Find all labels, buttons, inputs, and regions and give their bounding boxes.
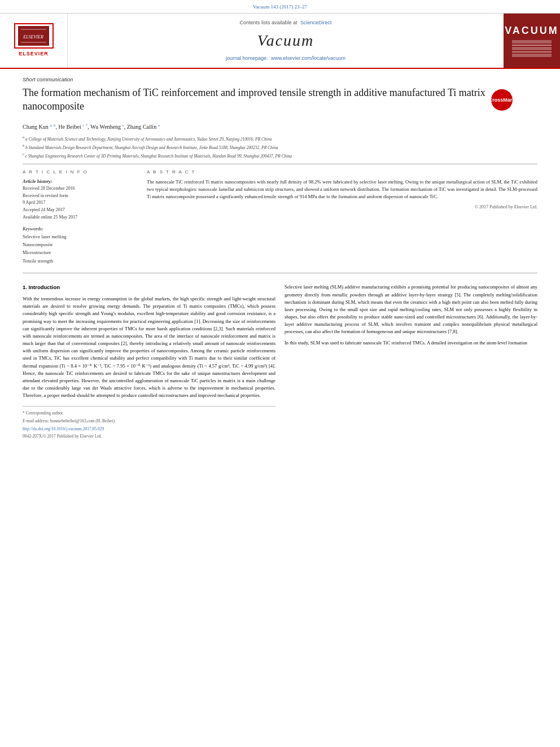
email-text: E-mail address: bonniebebeibei@163.com (…: [23, 418, 116, 423]
vacuum-badge-decoration: [512, 40, 552, 57]
date-revised: 9 April 2017: [23, 199, 135, 207]
body-section: 1. Introduction With the tremendous incr…: [23, 283, 537, 441]
badge-line-2: [512, 45, 552, 46]
svg-text:ELSEVIER: ELSEVIER: [23, 34, 43, 40]
keywords-label: Keywords:: [23, 226, 135, 233]
info-abstract-section: A R T I C L E I N F O Article history: R…: [23, 169, 537, 265]
email-note: E-mail address: bonniebebeibei@163.com (…: [23, 418, 275, 425]
article-info-column: A R T I C L E I N F O Article history: R…: [23, 169, 135, 265]
footnote-area: * Corresponding author. E-mail address: …: [23, 406, 275, 440]
keyword-4: Tensile strength: [23, 257, 135, 265]
svg-rect-3: [21, 42, 46, 43]
section-divider-1: [23, 164, 537, 164]
sciencedirect-prefix: Contents lists available at: [239, 20, 297, 25]
journal-header-right: VACUUM: [504, 14, 560, 68]
badge-line-3: [512, 47, 552, 50]
article-dates: Received 28 December 2016 Received in re…: [23, 185, 135, 221]
date-online: Available online 25 May 2017: [23, 214, 135, 221]
title-row: The formation mechanism of TiC reinforce…: [23, 86, 537, 119]
homepage-url[interactable]: www.elsevier.com/locate/vacuum: [271, 55, 345, 61]
homepage-label: journal homepage:: [226, 55, 268, 61]
keyword-2: Nanocomposite: [23, 241, 135, 248]
journal-name: Vacuum: [257, 29, 314, 51]
journal-header-center: Contents lists available at ScienceDirec…: [68, 14, 504, 68]
date-accepted: Accepted 24 May 2017: [23, 207, 135, 214]
sciencedirect-link[interactable]: ScienceDirect: [300, 20, 332, 25]
sciencedirect-line: Contents lists available at ScienceDirec…: [239, 19, 331, 27]
abstract-heading: A B S T R A C T: [147, 169, 537, 175]
journal-header-left: ELSEVIER ELSEVIER: [0, 14, 68, 68]
intro-paragraph-1: With the tremendous increase in energy c…: [23, 295, 275, 399]
corresponding-note: * Corresponding author.: [23, 410, 275, 417]
abstract-text: The nanoscale TiC reinforced Ti matrix n…: [147, 178, 537, 201]
affiliation-a: a a College of Materials Science and Tec…: [23, 134, 537, 142]
affiliation-c: c c Shanghai Engineering Research Center…: [23, 151, 537, 159]
intro-paragraph-3: In this study, SLM was used to fabricate…: [285, 339, 537, 347]
journal-header: ELSEVIER ELSEVIER Contents lists availab…: [0, 14, 560, 69]
body-left-column: 1. Introduction With the tremendous incr…: [23, 283, 275, 441]
date-revised-label: Received in revised form: [23, 193, 135, 200]
keywords-list: Selective laser melting Nanocomposite Mi…: [23, 233, 135, 265]
elsevier-logo: ELSEVIER ELSEVIER: [14, 23, 54, 58]
body-right-column: Selective laser melting (SLM) additive m…: [285, 283, 537, 441]
article-title: The formation mechanism of TiC reinforce…: [23, 86, 485, 113]
affiliation-b: b b Standard Materials Design Research D…: [23, 143, 537, 151]
top-citation-bar: Vacuum 143 (2017) 23–27: [0, 0, 560, 14]
article-type-label: Short communication: [23, 76, 537, 83]
section1-title: 1. Introduction: [23, 283, 275, 292]
date-received: Received 28 December 2016: [23, 185, 135, 193]
copyright-footer: 0042-207X/© 2017 Published by Elsevier L…: [23, 433, 275, 440]
elsevier-text-label: ELSEVIER: [19, 50, 49, 58]
abstract-column: A B S T R A C T The nanoscale TiC reinfo…: [147, 169, 537, 265]
page-wrapper: Vacuum 143 (2017) 23–27 ELSEVIER ELSEVIE…: [0, 0, 560, 452]
abstract-copyright: © 2017 Published by Elsevier Ltd.: [147, 204, 537, 210]
doi-link[interactable]: http://dx.doi.org/10.1016/j.vacuum.2017.…: [23, 426, 104, 431]
elsevier-logo-box: ELSEVIER: [14, 23, 54, 49]
doi-note: http://dx.doi.org/10.1016/j.vacuum.2017.…: [23, 426, 275, 433]
affiliations: a a College of Materials Science and Tec…: [23, 134, 537, 159]
vacuum-badge-label: VACUUM: [505, 24, 559, 38]
content-area: Short communication The formation mechan…: [0, 69, 560, 452]
crossmark-badge: CrossMark: [491, 89, 513, 111]
keyword-1: Selective laser melting: [23, 233, 135, 241]
crossmark-symbol: CrossMark: [489, 98, 515, 103]
svg-rect-2: [21, 29, 46, 30]
authors-line: Chang Kun a, b, He Beibei c *, Wu Wenhen…: [23, 123, 537, 131]
article-info-heading: A R T I C L E I N F O: [23, 169, 135, 175]
keyword-3: Microstructure: [23, 248, 135, 256]
badge-line-1: [512, 40, 552, 43]
journal-homepage: journal homepage: www.elsevier.com/locat…: [226, 55, 345, 62]
badge-line-4: [512, 51, 552, 53]
intro-paragraph-2: Selective laser melting (SLM) additive m…: [285, 283, 537, 335]
citation-text: Vacuum 143 (2017) 23–27: [253, 4, 307, 10]
badge-line-5: [512, 54, 552, 57]
crossmark-icon: CrossMark: [491, 89, 513, 111]
article-history-label: Article history:: [23, 178, 135, 185]
elsevier-logo-image: ELSEVIER: [18, 26, 49, 46]
section-divider-2: [23, 273, 537, 273]
abstract-paragraph: The nanoscale TiC reinforced Ti matrix n…: [147, 178, 537, 201]
keywords-section: Keywords: Selective laser melting Nanoco…: [23, 226, 135, 265]
